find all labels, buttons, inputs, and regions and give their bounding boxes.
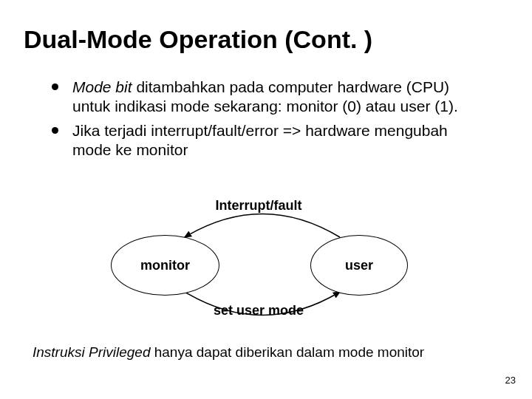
slide: Dual-Mode Operation (Cont. ) Mode bit di…: [0, 0, 532, 399]
node-monitor-label: monitor: [140, 258, 190, 273]
bullet-item: Mode bit ditambahkan pada computer hardw…: [52, 78, 488, 117]
state-diagram: Interrupt/fault monitor user set user mo…: [96, 198, 421, 324]
footer-emph: Instruksi Privileged: [33, 344, 150, 360]
bullet-text: Jika terjadi interrupt/fault/error => ha…: [72, 122, 448, 158]
footer-text: hanya dapat diberikan dalam mode monitor: [150, 344, 424, 360]
bullet-list: Mode bit ditambahkan pada computer hardw…: [52, 78, 488, 164]
node-monitor: monitor: [111, 235, 219, 296]
bullet-emph: Mode bit: [72, 78, 132, 95]
diagram-bottom-label: set user mode: [96, 303, 421, 318]
footer-note: Instruksi Privileged hanya dapat diberik…: [33, 344, 505, 361]
page-number: 23: [505, 375, 516, 386]
node-user: user: [310, 235, 408, 296]
node-user-label: user: [345, 258, 373, 273]
slide-title: Dual-Mode Operation (Cont. ): [24, 25, 372, 54]
bullet-item: Jika terjadi interrupt/fault/error => ha…: [52, 121, 488, 160]
